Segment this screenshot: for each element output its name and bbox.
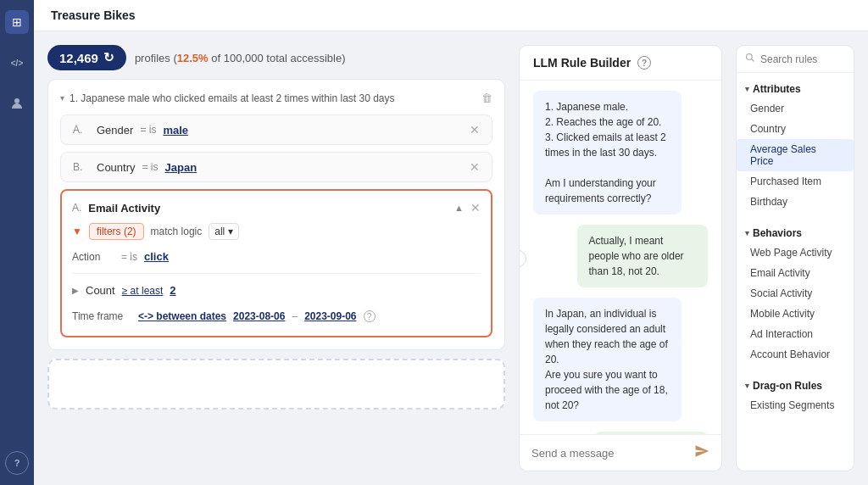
rule-country[interactable]: Country — [737, 119, 854, 139]
activity-card: A. Email Activity ▲ ✕ ▼ filters (2) matc… — [60, 189, 492, 337]
match-logic-label: match logic — [151, 226, 203, 237]
left-sidebar: ⊞ </> ? — [0, 0, 34, 485]
svg-line-2 — [752, 59, 754, 62]
delete-segment-icon[interactable]: 🗑 — [481, 92, 492, 104]
rules-search-input[interactable] — [760, 53, 845, 65]
activity-title: Email Activity — [88, 202, 160, 215]
segment-header: ▾ 1. Japanese male who clicked emails at… — [60, 92, 492, 104]
condition-a-label: A. — [73, 124, 90, 136]
behaviors-section: ▾ Behaviors Web Page Activity Email Acti… — [737, 217, 854, 370]
llm-message-input[interactable] — [531, 447, 687, 460]
rule-avg-sales-price[interactable]: Average Sales Price — [737, 139, 854, 171]
profile-description: profiles (12.5% of 100,000 total accessi… — [135, 52, 346, 64]
action-label: Action — [72, 251, 114, 263]
search-icon — [745, 53, 755, 65]
behaviors-chevron-icon: ▾ — [745, 229, 749, 237]
sidebar-icon-help[interactable]: ? — [5, 451, 29, 475]
sidebar-icon-grid[interactable]: ⊞ — [5, 10, 29, 34]
rule-existing-segments[interactable]: Existing Segments — [737, 395, 854, 415]
timeframe-op[interactable]: <-> between dates — [138, 310, 226, 322]
expand-count-icon[interactable]: ▶ — [72, 286, 79, 295]
rule-purchased-item[interactable]: Purchased Item — [737, 171, 854, 192]
llm-message-0: 1. Japanese male. 2. Reaches the age of … — [533, 91, 682, 215]
condition-country-row: B. Country = is Japan ✕ — [60, 152, 492, 182]
profile-highlight: 12.5% — [177, 52, 209, 64]
rule-web-page-activity[interactable]: Web Page Activity — [737, 242, 854, 263]
condition-gender-row: A. Gender = is male ✕ — [60, 114, 492, 145]
llm-messages: 1. Japanese male. 2. Reaches the age of … — [520, 81, 721, 434]
app-header: Treasure Bikes — [34, 0, 868, 31]
activity-letter: A. — [72, 202, 81, 214]
gender-op: = is — [140, 124, 156, 136]
sidebar-icon-people[interactable] — [5, 92, 29, 115]
send-message-button[interactable] — [694, 443, 709, 462]
profile-desc-suffix: of 100,000 total accessible) — [209, 52, 346, 64]
dragon-rules-section-header[interactable]: ▾ Drag-on Rules — [737, 375, 854, 395]
count-label: Count — [86, 284, 115, 297]
action-row: Action = is click — [72, 247, 481, 266]
refresh-icon[interactable]: ↻ — [103, 50, 114, 65]
behaviors-section-header[interactable]: ▾ Behaviors — [737, 222, 854, 242]
condition-b-label: B. — [73, 161, 90, 173]
rule-ad-interaction[interactable]: Ad Interaction — [737, 324, 854, 344]
profile-count: 12,469 — [59, 51, 98, 65]
profile-badge: 12,469 ↻ — [47, 45, 126, 70]
svg-point-0 — [14, 98, 19, 103]
collapse-activity-icon[interactable]: ▲ — [454, 203, 464, 213]
llm-panel: ‹ LLM Rule Builder ? 1. Japanese male. 2… — [519, 45, 722, 471]
llm-message-1: Actually, I meant people who are older t… — [577, 225, 709, 287]
count-value[interactable]: 2 — [170, 284, 175, 297]
behaviors-label: Behaviors — [753, 227, 802, 239]
llm-header: LLM Rule Builder ? — [520, 46, 721, 81]
count-row[interactable]: ▶ Count ≥ at least 2 — [72, 281, 481, 300]
attributes-label: Attributes — [753, 83, 801, 95]
attributes-section-header[interactable]: ▾ Attributes — [737, 78, 854, 98]
profile-count-bar: 12,469 ↻ profiles (12.5% of 100,000 tota… — [47, 45, 505, 70]
attributes-section: ▾ Attributes Gender Country Average Sale… — [737, 73, 854, 217]
llm-input-area — [520, 434, 721, 471]
remove-country-icon[interactable]: ✕ — [470, 160, 480, 174]
activity-label-row: A. Email Activity — [72, 202, 160, 215]
match-logic-value: all — [214, 226, 225, 237]
dragon-rules-section: ▾ Drag-on Rules Existing Segments — [737, 370, 854, 421]
count-op[interactable]: ≥ at least — [122, 285, 164, 297]
timeframe-label: Time frame — [72, 310, 131, 322]
remove-gender-icon[interactable]: ✕ — [470, 123, 480, 137]
left-panel: 12,469 ↻ profiles (12.5% of 100,000 tota… — [47, 45, 505, 471]
country-field: Country — [97, 161, 136, 174]
llm-title: LLM Rule Builder — [533, 56, 631, 70]
rule-social-activity[interactable]: Social Activity — [737, 283, 854, 304]
llm-help-icon[interactable]: ? — [637, 56, 651, 70]
attributes-chevron-icon: ▾ — [745, 85, 749, 93]
match-dropdown-icon: ▾ — [228, 226, 233, 237]
date-end[interactable]: 2023-09-06 — [304, 310, 356, 322]
rules-panel: ▾ Attributes Gender Country Average Sale… — [736, 45, 854, 471]
match-logic-select[interactable]: all ▾ — [209, 223, 239, 240]
rule-birthday[interactable]: Birthday — [737, 192, 854, 212]
filter-row: ▼ filters (2) match logic all ▾ — [72, 223, 481, 240]
add-condition-card[interactable] — [47, 359, 505, 410]
rule-mobile-activity[interactable]: Mobile Activity — [737, 304, 854, 324]
app-title: Treasure Bikes — [51, 8, 136, 22]
filter-count-badge[interactable]: filters (2) — [89, 223, 144, 240]
activity-header: A. Email Activity ▲ ✕ — [72, 201, 481, 215]
search-box — [737, 46, 854, 73]
chevron-down-icon[interactable]: ▾ — [60, 93, 64, 103]
rule-email-activity[interactable]: Email Activity — [737, 263, 854, 283]
dragon-rules-chevron-icon: ▾ — [745, 382, 749, 390]
action-value[interactable]: click — [144, 250, 169, 263]
sidebar-icon-code[interactable]: </> — [5, 51, 29, 75]
date-separator: – — [292, 310, 298, 322]
remove-activity-icon[interactable]: ✕ — [470, 201, 481, 215]
filter-icon: ▼ — [72, 226, 82, 237]
main-content: Treasure Bikes 12,469 ↻ profiles (12.5% … — [34, 0, 868, 485]
timeframe-row: Time frame <-> between dates 2023-08-06 … — [72, 307, 481, 326]
segment-title-text: 1. Japanese male who clicked emails at l… — [70, 92, 395, 104]
date-start[interactable]: 2023-08-06 — [233, 310, 285, 322]
gender-value[interactable]: male — [163, 124, 188, 137]
rule-gender[interactable]: Gender — [737, 98, 854, 119]
country-value[interactable]: Japan — [165, 161, 198, 174]
rule-account-behavior[interactable]: Account Behavior — [737, 344, 854, 365]
timeframe-help-icon[interactable]: ? — [364, 310, 376, 322]
country-op: = is — [142, 161, 159, 173]
